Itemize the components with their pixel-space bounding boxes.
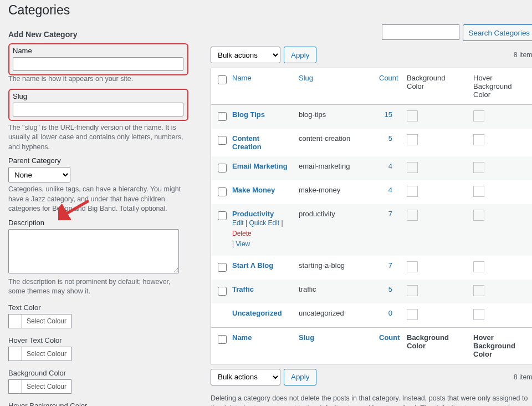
name-input[interactable] (13, 57, 183, 71)
row-action-quick-edit[interactable]: Quick Edit (249, 219, 279, 227)
row-actions: Edit | Quick Edit | Delete| View (232, 218, 290, 250)
hover-bg-color-swatch (473, 261, 484, 272)
column-header-bg: Background Color (402, 68, 469, 105)
category-count-link[interactable]: 4 (379, 186, 398, 194)
row-checkbox[interactable] (218, 211, 227, 220)
bg-color-swatch (407, 134, 418, 145)
parent-category-label: Parent Category (8, 156, 188, 165)
category-count-link[interactable]: 5 (379, 134, 398, 143)
row-action-delete[interactable]: Delete (232, 230, 252, 237)
category-name-link[interactable]: Productivity (232, 210, 274, 218)
row-checkbox[interactable] (218, 136, 227, 145)
description-hint: The description is not prominent by defa… (8, 277, 186, 297)
bg-color-swatch (407, 162, 418, 173)
parent-category-select[interactable]: None (8, 167, 70, 182)
hover-bg-color-swatch (473, 309, 484, 320)
category-count-link[interactable]: 15 (379, 110, 398, 119)
background-color-label: Background Color (8, 369, 188, 377)
column-header-hbg: Hover Background Color (469, 68, 532, 105)
hover-background-color-label: Hover Background Color (8, 402, 188, 407)
delete-note: Deleting a category does not delete the … (211, 393, 532, 406)
bg-color-swatch (407, 186, 418, 197)
hover-bg-color-swatch (473, 186, 484, 197)
select-all-bottom-checkbox[interactable] (218, 335, 227, 344)
add-new-category-heading: Add New Category (8, 30, 188, 39)
category-name-link[interactable]: Start A Blog (232, 261, 273, 270)
category-slug: uncategorized (294, 303, 375, 328)
bg-color-swatch (407, 309, 418, 320)
column-footer-count[interactable]: Count (379, 333, 400, 342)
text-color-picker[interactable]: Select Colour (8, 314, 71, 328)
category-name-link[interactable]: Email Marketing (232, 162, 288, 170)
column-header-slug[interactable]: Slug (299, 74, 313, 82)
category-count-link[interactable]: 7 (379, 210, 398, 218)
bulk-actions-select-bottom[interactable]: Bulk actions (211, 369, 280, 385)
column-footer-bg: Background Color (402, 327, 469, 364)
column-header-name[interactable]: Name (232, 74, 252, 82)
hover-bg-color-swatch (473, 110, 484, 121)
row-checkbox[interactable] (218, 187, 227, 196)
category-slug: content-creation (294, 129, 375, 156)
category-slug: make-money (294, 180, 375, 204)
bg-color-swatch (407, 210, 418, 221)
search-categories-button[interactable]: Search Categories (463, 24, 532, 41)
apply-button-bottom[interactable]: Apply (284, 369, 316, 385)
category-slug: productivity (294, 204, 375, 256)
bg-color-swatch (407, 261, 418, 272)
column-header-count[interactable]: Count (379, 74, 398, 82)
color-swatch (9, 347, 22, 361)
column-footer-name[interactable]: Name (232, 333, 252, 342)
bg-color-swatch (407, 285, 418, 296)
column-footer-slug[interactable]: Slug (299, 333, 314, 342)
description-textarea[interactable] (8, 229, 179, 273)
category-name-link[interactable]: Blog Tips (232, 110, 265, 119)
row-action-edit[interactable]: Edit (232, 219, 244, 227)
category-count-link[interactable]: 4 (379, 162, 398, 170)
items-count-bottom: 8 items (514, 373, 532, 381)
row-checkbox[interactable] (218, 112, 227, 121)
slug-hint: The "slug" is the URL-friendly version o… (8, 123, 186, 153)
table-row: Email Marketingemail-marketing4 (211, 156, 532, 180)
category-slug: starting-a-blog (294, 256, 375, 280)
hover-bg-color-swatch (473, 285, 484, 296)
description-label: Description (8, 219, 188, 227)
apply-button-top[interactable]: Apply (284, 47, 316, 63)
row-checkbox[interactable] (218, 164, 227, 172)
row-checkbox[interactable] (218, 287, 227, 296)
search-input[interactable] (382, 24, 459, 40)
category-name-link[interactable]: Content Creation (232, 134, 262, 151)
color-swatch (9, 314, 22, 328)
category-slug: email-marketing (294, 156, 375, 180)
hover-text-color-picker[interactable]: Select Colour (8, 347, 71, 361)
row-action-view[interactable]: View (236, 240, 250, 248)
select-all-top-checkbox[interactable] (218, 75, 227, 84)
category-slug: blog-tips (294, 105, 375, 129)
row-checkbox[interactable] (218, 263, 227, 272)
table-row: Traffictraffic5 (211, 280, 532, 303)
category-name-link[interactable]: Make Money (232, 186, 275, 194)
table-row: Uncategorizeduncategorized0 (211, 303, 532, 328)
column-footer-hbg: Hover Background Color (469, 327, 532, 364)
table-row: Start A Blogstarting-a-blog7 (211, 256, 532, 280)
hover-bg-color-swatch (473, 210, 484, 221)
category-count-link[interactable]: 0 (379, 309, 398, 317)
text-color-label: Text Color (8, 303, 188, 312)
bulk-actions-select-top[interactable]: Bulk actions (211, 47, 280, 63)
slug-input[interactable] (13, 103, 183, 116)
category-count-link[interactable]: 5 (379, 285, 398, 293)
name-highlight-box: Name (8, 43, 188, 75)
hover-bg-color-swatch (473, 162, 484, 173)
table-row: Content Creationcontent-creation5 (211, 129, 532, 156)
name-hint: The name is how it appears on your site. (8, 74, 186, 84)
table-row: ProductivityEdit | Quick Edit | Delete| … (211, 204, 532, 256)
table-row: Blog Tipsblog-tips15 (211, 105, 532, 129)
category-name-link[interactable]: Uncategorized (232, 309, 282, 317)
bg-color-swatch (407, 110, 418, 121)
category-name-link[interactable]: Traffic (232, 285, 254, 293)
parent-category-hint: Categories, unlike tags, can have a hier… (8, 185, 186, 214)
hover-text-color-label: Hover Text Color (8, 336, 188, 344)
items-count-top: 8 items (514, 51, 532, 59)
slug-highlight-box: Slug (8, 89, 188, 121)
background-color-picker[interactable]: Select Colour (8, 379, 71, 394)
category-count-link[interactable]: 7 (379, 261, 398, 270)
